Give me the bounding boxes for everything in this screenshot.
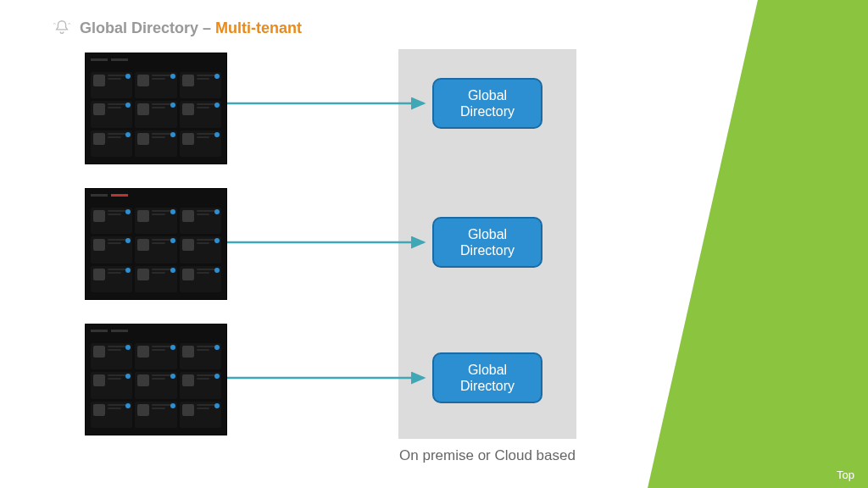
tenant-screenshot-3 bbox=[85, 324, 227, 435]
container-caption: On premise or Cloud based bbox=[398, 447, 576, 464]
title-part2: Multi-tenant bbox=[215, 19, 302, 36]
slide-header: Global Directory – Multi-tenant bbox=[53, 19, 302, 37]
decorative-green-shape bbox=[648, 0, 868, 488]
tenant-screenshot-1 bbox=[85, 53, 227, 164]
gd-label: Global bbox=[468, 87, 507, 103]
slide-title: Global Directory – Multi-tenant bbox=[80, 19, 302, 37]
global-directory-box-3: Global Directory bbox=[432, 352, 542, 403]
top-link[interactable]: Top bbox=[837, 469, 854, 481]
tenant-screenshot-2 bbox=[85, 188, 227, 300]
gd-label: Global bbox=[468, 226, 507, 242]
gd-label: Directory bbox=[460, 242, 515, 258]
title-part1: Global Directory – bbox=[80, 19, 215, 36]
bell-icon bbox=[53, 19, 71, 37]
gd-label: Directory bbox=[460, 378, 515, 394]
gd-label: Global bbox=[468, 362, 507, 378]
global-directory-box-2: Global Directory bbox=[432, 217, 542, 268]
global-directory-box-1: Global Directory bbox=[432, 78, 542, 129]
gd-label: Directory bbox=[460, 103, 515, 119]
